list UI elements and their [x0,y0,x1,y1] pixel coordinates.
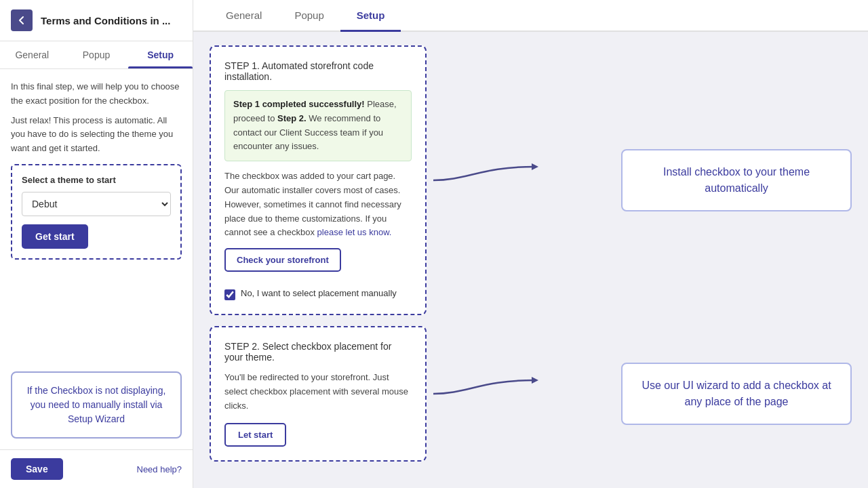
main-tabs: General Popup Setup [193,0,868,32]
svg-marker-1 [532,377,538,384]
step1-success-box: Step 1 completed successfully! Please, p… [224,90,412,161]
arrow1-svg [427,153,549,207]
sidebar-tabs: General Popup Setup [0,41,193,69]
sidebar-footer: Save Need help? [0,449,193,488]
sidebar-callout-text: If the Checkbox is not displaying, you n… [23,384,170,426]
step1-body-text: The checkbox was added to your cart page… [224,169,412,240]
main-tab-setup[interactable]: Setup [340,0,401,30]
main-area: General Popup Setup STEP 1. Automated st… [193,0,868,488]
callout2-text: Use our UI wizard to add a checkbox at a… [639,378,834,410]
step2-body-text: You'll be redirected to your storefront.… [224,371,412,413]
sidebar-callout-box: If the Checkbox is not displaying, you n… [11,371,182,439]
sidebar-tab-popup[interactable]: Popup [64,41,129,68]
callout2-box: Use our UI wizard to add a checkbox at a… [621,363,852,425]
sidebar-body: In this final step, we will help you to … [0,69,193,361]
get-start-button[interactable]: Get start [22,224,88,249]
sidebar-tab-setup[interactable]: Setup [128,41,193,68]
main-body: STEP 1. Automated storefront code instal… [193,32,868,488]
callout1-box: Install checkbox to your theme automatic… [621,149,852,211]
step2-title: STEP 2. Select checkbox placement for yo… [224,341,412,363]
sidebar-header: Terms and Conditions in ... [0,0,193,41]
sidebar-description-2: Just relax! This process is automatic. A… [11,114,182,156]
callout1-text: Install checkbox to your theme automatic… [639,164,834,197]
main-tab-general[interactable]: General [210,0,278,30]
back-button[interactable] [11,9,33,31]
check-storefront-btn-wrapper: Check your storefront [224,248,412,280]
step2-card: STEP 2. Select checkbox placement for yo… [210,326,427,461]
manual-placement-checkbox[interactable] [224,289,235,300]
select-theme-label: Select a theme to start [22,175,171,185]
select-theme-box: Select a theme to start Debut Get start [11,164,182,260]
svg-marker-0 [532,163,538,170]
sidebar-tab-general[interactable]: General [0,41,64,68]
sidebar: Terms and Conditions in ... General Popu… [0,0,193,488]
manual-placement-label: No, I want to select placement manually [241,288,397,298]
sidebar-title: Terms and Conditions in ... [41,15,170,26]
step1-row: STEP 1. Automated storefront code instal… [210,45,852,315]
main-tab-popup[interactable]: Popup [278,0,340,30]
manual-placement-row: No, I want to select placement manually [224,288,412,300]
please-let-us-know-link[interactable]: please let us know. [317,227,392,237]
step1-card: STEP 1. Automated storefront code instal… [210,45,427,315]
step1-title: STEP 1. Automated storefront code instal… [224,60,412,82]
theme-select[interactable]: Debut [22,192,171,216]
sidebar-description-1: In this final step, we will help you to … [11,80,182,108]
arrow2-svg [427,367,549,421]
let-start-button[interactable]: Let start [224,423,286,447]
check-storefront-button[interactable]: Check your storefront [224,248,341,272]
step2-row: STEP 2. Select checkbox placement for yo… [210,326,852,461]
need-help-link[interactable]: Need help? [137,464,182,474]
save-button[interactable]: Save [11,458,63,480]
